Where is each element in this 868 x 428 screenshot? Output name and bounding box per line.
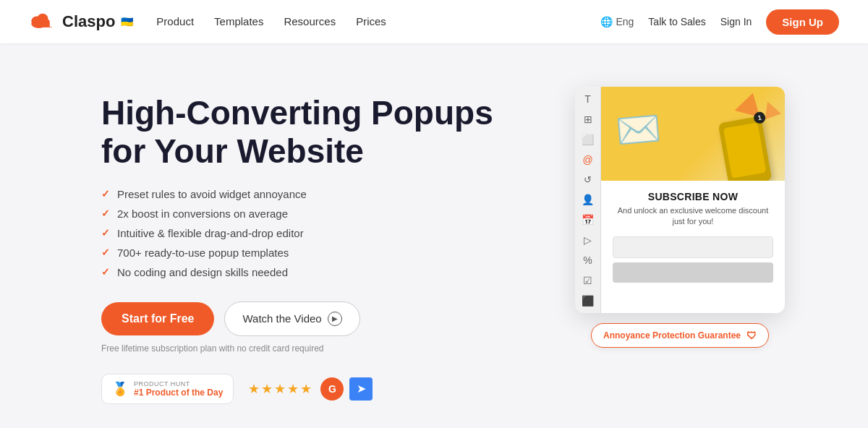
play-icon: ▶ (328, 312, 342, 326)
annoyance-label: Annoyance Protection Guarantee (603, 330, 741, 341)
shield-icon: 🛡 (746, 330, 757, 341)
nav-item-prices[interactable]: Prices (356, 15, 386, 28)
list-item: ✓ No coding and design skills needed (101, 266, 521, 278)
badge-ph-label: PRODUCT HUNT (134, 380, 223, 388)
trophy-icon: 🏅 (112, 381, 128, 397)
toolbar-video-icon[interactable]: ▷ (584, 235, 592, 245)
review-logos: G ➤ (320, 377, 373, 401)
popup-content: SUBSCRIBE NOW And unlock an exclusive we… (601, 181, 785, 294)
toolbar-calendar-icon[interactable]: 📅 (582, 215, 594, 225)
talk-to-sales-link[interactable]: Talk to Sales (648, 16, 705, 27)
logo-flag: 🇺🇦 (121, 16, 133, 27)
popup-preview: ✉️ 1 SUBSCRIBE NOW And unlock an exclusi… (601, 87, 785, 313)
nav-right: 🌐 Eng Talk to Sales Sign In Sign Up (600, 9, 839, 35)
toolbar-checkbox-icon[interactable]: ☑ (583, 275, 592, 286)
language-selector[interactable]: 🌐 Eng (600, 16, 634, 27)
toolbar-text-icon[interactable]: T (584, 94, 591, 104)
cta-note: Free lifetime subscription plan with no … (101, 343, 521, 354)
stars-badge: ★★★★★ G ➤ (248, 377, 373, 401)
toolbar-shape-icon[interactable]: ⬜ (582, 134, 594, 145)
navbar: Claspo 🇺🇦 Product Templates Resources Pr… (0, 0, 868, 43)
main-content: High-Converting Popups for Your Website … (0, 43, 868, 428)
toolbar-image-icon[interactable]: ⊞ (584, 114, 592, 124)
sign-up-button[interactable]: Sign Up (766, 9, 839, 35)
arrow-logo: ➤ (349, 377, 373, 401)
nav-item-templates[interactable]: Templates (214, 15, 263, 28)
popup-email-input (613, 236, 773, 258)
hero-right: T ⊞ ⬜ @ ↺ 👤 📅 ▷ % ☑ ⬛ (564, 87, 796, 348)
check-icon: ✓ (101, 266, 110, 278)
toolbar-user-icon[interactable]: 👤 (582, 194, 594, 205)
globe-icon: 🌐 (600, 16, 613, 27)
list-item: ✓ Intuitive & flexible drag-and-drop edi… (101, 227, 521, 239)
watch-video-button[interactable]: Watch the Video ▶ (224, 301, 359, 336)
sign-in-link[interactable]: Sign In (720, 16, 752, 27)
feature-list: ✓ Preset rules to avoid widget annoyance… (101, 188, 521, 278)
watch-video-label: Watch the Video (242, 312, 321, 325)
star-rating: ★★★★★ (248, 381, 313, 397)
nav-item-product[interactable]: Product (156, 15, 194, 28)
start-for-free-button[interactable]: Start for Free (101, 302, 214, 335)
editor-toolbar: T ⊞ ⬜ @ ↺ 👤 📅 ▷ % ☑ ⬛ (575, 87, 601, 313)
svg-point-3 (42, 19, 48, 25)
toolbar-block-icon[interactable]: ⬛ (582, 296, 594, 306)
list-item: ✓ Preset rules to avoid widget annoyance (101, 188, 521, 200)
list-item: ✓ 2x boost in conversions on average (101, 207, 521, 220)
widget-editor: T ⊞ ⬜ @ ↺ 👤 📅 ▷ % ☑ ⬛ (575, 87, 785, 313)
hero-left: High-Converting Popups for Your Website … (101, 87, 521, 404)
nav-links: Product Templates Resources Prices (156, 15, 386, 28)
toolbar-email-icon[interactable]: @ (582, 155, 592, 165)
check-icon: ✓ (101, 227, 110, 239)
logo-icon (29, 13, 56, 30)
annoyance-protection-badge: Annoyance Protection Guarantee 🛡 (591, 323, 769, 348)
cta-buttons: Start for Free Watch the Video ▶ (101, 301, 521, 336)
badge-ph-title: #1 Product of the Day (134, 388, 223, 398)
logo[interactable]: Claspo 🇺🇦 (29, 12, 133, 31)
product-hunt-badge: 🏅 PRODUCT HUNT #1 Product of the Day (101, 374, 234, 404)
toolbar-timer-icon[interactable]: ↺ (584, 175, 592, 184)
toolbar-coupon-icon[interactable]: % (583, 255, 592, 265)
language-label: Eng (616, 16, 634, 27)
popup-image-area: ✉️ 1 (601, 87, 785, 181)
g2-logo: G (320, 377, 344, 401)
nav-item-resources[interactable]: Resources (284, 15, 336, 28)
hero-title: High-Converting Popups for Your Website (101, 94, 521, 171)
check-icon: ✓ (101, 247, 110, 258)
popup-subtitle: And unlock an exclusive welcome discount… (613, 205, 773, 228)
list-item: ✓ 700+ ready-to-use popup templates (101, 247, 521, 259)
logo-text: Claspo (62, 12, 115, 31)
check-icon: ✓ (101, 188, 110, 200)
check-icon: ✓ (101, 207, 110, 219)
badges: 🏅 PRODUCT HUNT #1 Product of the Day ★★★… (101, 374, 521, 404)
popup-submit-button-placeholder (613, 262, 773, 283)
popup-title: SUBSCRIBE NOW (613, 191, 773, 202)
nav-left: Claspo 🇺🇦 Product Templates Resources Pr… (29, 12, 386, 31)
